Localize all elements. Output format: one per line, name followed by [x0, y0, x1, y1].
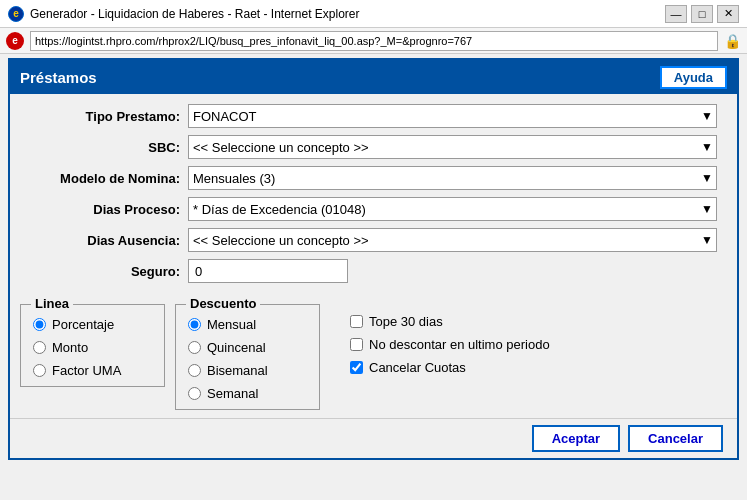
tope-30-dias-item[interactable]: Tope 30 dias [350, 314, 550, 329]
descuento-mensual-radio[interactable] [188, 318, 201, 331]
modelo-nomina-row: Modelo de Nomina: Mensuales (3) ▼ [30, 166, 717, 190]
seguro-row: Seguro: [30, 259, 717, 283]
aceptar-button[interactable]: Aceptar [532, 425, 620, 452]
dialog-header: Préstamos Ayuda [10, 60, 737, 94]
descuento-semanal-item[interactable]: Semanal [188, 386, 307, 401]
cancelar-cuotas-item[interactable]: Cancelar Cuotas [350, 360, 550, 375]
linea-factor-uma-label: Factor UMA [52, 363, 121, 378]
dias-proceso-select[interactable]: * Días de Excedencia (01048) [188, 197, 717, 221]
window-title: Generador - Liquidacion de Haberes - Rae… [30, 7, 665, 21]
modelo-nomina-wrapper: Mensuales (3) ▼ [188, 166, 717, 190]
no-descontar-item[interactable]: No descontar en ultimo periodo [350, 337, 550, 352]
no-descontar-label: No descontar en ultimo periodo [369, 337, 550, 352]
descuento-radio-group: Mensual Quincenal Bisemanal Semanal [188, 317, 307, 401]
form-area: Tipo Prestamo: FONACOT ▼ SBC: << Selecci… [10, 94, 737, 296]
tope-30-dias-checkbox[interactable] [350, 315, 363, 328]
descuento-semanal-radio[interactable] [188, 387, 201, 400]
url-input[interactable] [30, 31, 718, 51]
linea-porcentaje-item[interactable]: Porcentaje [33, 317, 152, 332]
linea-legend: Linea [31, 296, 73, 311]
bottom-bar: Aceptar Cancelar [10, 418, 737, 458]
dias-ausencia-label: Dias Ausencia: [30, 233, 180, 248]
descuento-bisemanal-radio[interactable] [188, 364, 201, 377]
restore-button[interactable]: □ [691, 5, 713, 23]
no-descontar-checkbox[interactable] [350, 338, 363, 351]
seguro-label: Seguro: [30, 264, 180, 279]
linea-factor-uma-radio[interactable] [33, 364, 46, 377]
modelo-nomina-select[interactable]: Mensuales (3) [188, 166, 717, 190]
lock-icon: 🔒 [724, 33, 741, 49]
modelo-nomina-label: Modelo de Nomina: [30, 171, 180, 186]
checkboxes-group: Tope 30 dias No descontar en ultimo peri… [350, 314, 550, 375]
tipo-prestamo-row: Tipo Prestamo: FONACOT ▼ [30, 104, 717, 128]
tipo-prestamo-wrapper: FONACOT ▼ [188, 104, 717, 128]
dias-ausencia-select[interactable]: << Seleccione un concepto >> [188, 228, 717, 252]
linea-radio-group: Porcentaje Monto Factor UMA [33, 317, 152, 378]
prestamos-dialog: Préstamos Ayuda Tipo Prestamo: FONACOT ▼… [8, 58, 739, 460]
descuento-quincenal-label: Quincenal [207, 340, 266, 355]
linea-factor-uma-item[interactable]: Factor UMA [33, 363, 152, 378]
linea-porcentaje-label: Porcentaje [52, 317, 114, 332]
tope-30-dias-label: Tope 30 dias [369, 314, 443, 329]
title-bar: e Generador - Liquidacion de Haberes - R… [0, 0, 747, 28]
dias-proceso-row: Dias Proceso: * Días de Excedencia (0104… [30, 197, 717, 221]
sbc-wrapper: << Seleccione un concepto >> ▼ [188, 135, 717, 159]
cancelar-button[interactable]: Cancelar [628, 425, 723, 452]
close-button[interactable]: ✕ [717, 5, 739, 23]
linea-monto-label: Monto [52, 340, 88, 355]
descuento-quincenal-item[interactable]: Quincenal [188, 340, 307, 355]
tipo-prestamo-label: Tipo Prestamo: [30, 109, 180, 124]
descuento-quincenal-radio[interactable] [188, 341, 201, 354]
linea-monto-item[interactable]: Monto [33, 340, 152, 355]
cancelar-cuotas-checkbox[interactable] [350, 361, 363, 374]
address-bar: e 🔒 [0, 28, 747, 54]
sbc-label: SBC: [30, 140, 180, 155]
linea-porcentaje-radio[interactable] [33, 318, 46, 331]
dias-proceso-label: Dias Proceso: [30, 202, 180, 217]
descuento-bisemanal-label: Bisemanal [207, 363, 268, 378]
descuento-bisemanal-item[interactable]: Bisemanal [188, 363, 307, 378]
minimize-button[interactable]: — [665, 5, 687, 23]
ie-icon: e [8, 6, 24, 22]
linea-monto-radio[interactable] [33, 341, 46, 354]
linea-group: Linea Porcentaje Monto Factor UMA [20, 304, 165, 387]
descuento-group: Descuento Mensual Quincenal Bisemanal Se… [175, 304, 320, 410]
seguro-input[interactable] [188, 259, 348, 283]
browser-icon: e [6, 32, 24, 50]
window-controls: — □ ✕ [665, 5, 739, 23]
descuento-legend: Descuento [186, 296, 260, 311]
cancelar-cuotas-label: Cancelar Cuotas [369, 360, 466, 375]
sbc-select[interactable]: << Seleccione un concepto >> [188, 135, 717, 159]
dialog-title: Préstamos [20, 69, 97, 86]
groups-row: Linea Porcentaje Monto Factor UMA Descue… [20, 304, 727, 410]
dias-proceso-wrapper: * Días de Excedencia (01048) ▼ [188, 197, 717, 221]
dias-ausencia-row: Dias Ausencia: << Seleccione un concepto… [30, 228, 717, 252]
tipo-prestamo-select[interactable]: FONACOT [188, 104, 717, 128]
sbc-row: SBC: << Seleccione un concepto >> ▼ [30, 135, 717, 159]
descuento-mensual-label: Mensual [207, 317, 256, 332]
dias-ausencia-wrapper: << Seleccione un concepto >> ▼ [188, 228, 717, 252]
descuento-mensual-item[interactable]: Mensual [188, 317, 307, 332]
ayuda-button[interactable]: Ayuda [660, 66, 727, 89]
descuento-semanal-label: Semanal [207, 386, 258, 401]
